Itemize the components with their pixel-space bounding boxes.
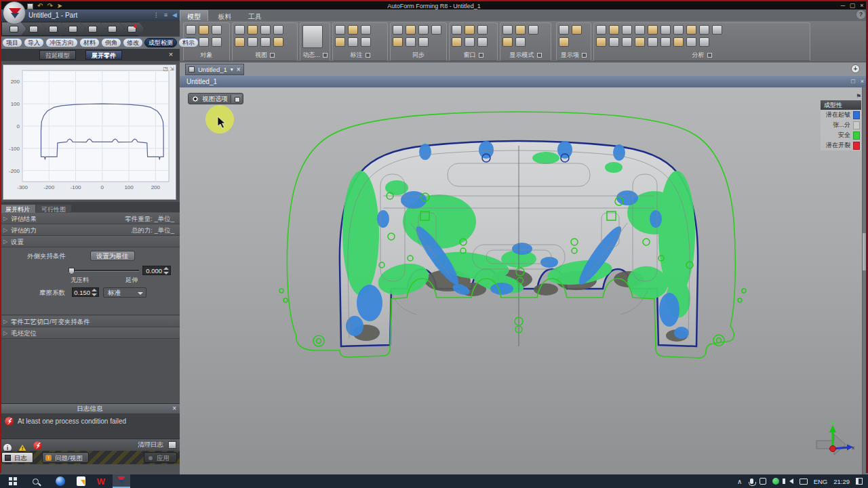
analysis-tool-1-5-icon[interactable] xyxy=(648,25,658,35)
toggle-unfold-part[interactable]: 展开零件 xyxy=(85,50,122,60)
workflow-pill-材料[interactable]: 材料 xyxy=(79,38,100,47)
tab-log[interactable]: 日志 xyxy=(1,452,33,463)
view-tool-1-3-icon[interactable] xyxy=(260,25,271,35)
analysis-tool-1-10-icon[interactable] xyxy=(712,25,722,35)
dialog-launcher-icon[interactable] xyxy=(270,53,275,58)
workflow-pill-修改[interactable]: 修改 xyxy=(123,38,143,47)
toggle-draw-model[interactable]: 拉延模型 xyxy=(39,50,76,60)
analysis-tool-2-8-icon[interactable] xyxy=(686,37,696,47)
sync-tool-2-1-icon[interactable] xyxy=(393,37,403,47)
tab-close-icon[interactable]: × xyxy=(237,64,241,75)
analysis-tool-1-2-icon[interactable] xyxy=(609,25,619,35)
analysis-tool-2-7-icon[interactable] xyxy=(673,37,684,47)
taskbar-app-autoform[interactable] xyxy=(113,474,130,488)
dialog-launcher-icon[interactable] xyxy=(537,53,542,58)
workflow-pill-冲压方向[interactable]: 冲压方向 xyxy=(45,38,78,47)
clamp-slider[interactable] xyxy=(71,270,139,272)
analysis-tool-2-3-icon[interactable] xyxy=(622,37,632,47)
popout-icon[interactable]: ◳ xyxy=(163,66,169,72)
autoform-logo[interactable] xyxy=(3,1,26,24)
analysis-tool-1-1-icon[interactable] xyxy=(596,25,606,35)
analysis-tool-2-9-icon[interactable] xyxy=(699,37,709,47)
tab-model[interactable]: 模型 xyxy=(180,10,208,22)
analysis-tool-1-9-icon[interactable] xyxy=(699,25,709,35)
window-tool-1-3-icon[interactable] xyxy=(477,25,488,35)
sync-tool-1-4-icon[interactable] xyxy=(431,25,441,35)
blank-outline-chart[interactable]: -300-200-10001002002001000-100-200 ◳ ⇲ xyxy=(3,64,176,200)
save-icon[interactable] xyxy=(27,3,33,9)
section-eval-forces[interactable]: ▷ 评估的力 总的力: _单位_ xyxy=(0,224,180,236)
view-options-button[interactable]: 视图选项 xyxy=(188,93,243,104)
annotate-tool-2-2-icon[interactable] xyxy=(348,37,358,47)
view-tool-2-2-icon[interactable] xyxy=(248,37,258,47)
view-tool-1-1-icon[interactable] xyxy=(235,25,245,35)
workflow-pill-项目[interactable]: 项目 xyxy=(2,38,22,47)
workflow-pill-导入[interactable]: 导入 xyxy=(24,38,44,47)
workflow-pill-倒角[interactable]: 倒角 xyxy=(101,38,121,47)
taskbar-app-2[interactable] xyxy=(72,474,90,488)
tab-dropdown-icon[interactable]: ▾ xyxy=(231,64,233,75)
annotate-tool-2-1-icon[interactable] xyxy=(335,37,345,47)
microphone-icon[interactable] xyxy=(750,479,753,484)
friction-mode-dropdown[interactable]: 标准 xyxy=(103,287,146,298)
display-mode-tool-1-1-icon[interactable] xyxy=(502,25,513,35)
analysis-tool-1-4-icon[interactable] xyxy=(635,25,645,35)
analysis-tool-1-6-icon[interactable] xyxy=(660,25,671,35)
list-icon[interactable]: ≡ xyxy=(164,9,167,21)
sync-tool-2-3-icon[interactable] xyxy=(418,37,429,47)
start-button[interactable] xyxy=(4,474,22,488)
annotate-tool-1-3-icon[interactable] xyxy=(361,25,371,35)
analysis-tool-2-5-icon[interactable] xyxy=(648,37,658,47)
display-items-tool-1-2-icon[interactable] xyxy=(572,25,582,35)
analysis-tool-2-6-icon[interactable] xyxy=(660,37,671,47)
formability-legend[interactable]: ⚑ 成型性 潜在起皱张...分安全潜在开裂 xyxy=(821,93,861,150)
clear-log-icon[interactable] xyxy=(168,441,176,449)
spinner-icon[interactable] xyxy=(163,267,170,274)
sync-tool-1-3-icon[interactable] xyxy=(418,25,429,35)
network-display-icon[interactable] xyxy=(800,479,808,485)
info-filter-icon[interactable]: i xyxy=(1,441,14,450)
taskbar-search-button[interactable] xyxy=(27,474,43,488)
objects-tool-2-2-icon[interactable] xyxy=(199,37,209,47)
taskbar-app-1[interactable] xyxy=(52,474,69,488)
display-mode-tool-2-1-icon[interactable] xyxy=(502,37,513,47)
friction-value-input[interactable]: 0.150 xyxy=(72,287,99,297)
sync-tool-1-2-icon[interactable] xyxy=(406,25,416,35)
view-tool-1-2-icon[interactable] xyxy=(248,25,258,35)
window-tool-2-2-icon[interactable] xyxy=(465,37,475,47)
dialog-launcher-icon[interactable] xyxy=(366,53,370,58)
workflow-pill-料示[interactable]: 料示 xyxy=(178,38,199,47)
spinner-icon[interactable] xyxy=(92,289,98,296)
legend-pin-icon[interactable]: ⚑ xyxy=(856,93,861,100)
help-icon[interactable]: ? xyxy=(856,10,865,19)
objects-tool-1-3-icon[interactable] xyxy=(212,25,222,35)
window-tool-2-3-icon[interactable] xyxy=(477,37,488,47)
dialog-launcher-icon[interactable] xyxy=(323,53,328,58)
section-blank-positioning[interactable]: ▷ 毛坯定位 xyxy=(0,327,180,339)
display-items-tool-1-1-icon[interactable] xyxy=(559,25,569,35)
window-tool-2-1-icon[interactable] xyxy=(452,37,462,47)
window-tool-1-2-icon[interactable] xyxy=(465,25,475,35)
annotate-tool-1-1-icon[interactable] xyxy=(335,25,345,35)
add-view-button[interactable]: + xyxy=(851,64,860,73)
resize-icon[interactable]: ⇲ xyxy=(170,66,174,72)
menu-dots-icon[interactable]: ⋮ xyxy=(153,9,159,21)
section-settings[interactable]: ▷ 设置 xyxy=(0,236,180,247)
taskbar-app-3[interactable]: W xyxy=(92,474,110,488)
clear-log-button[interactable]: 清理日志 xyxy=(138,441,163,449)
pin-icon[interactable] xyxy=(231,95,241,103)
dialog-launcher-icon[interactable] xyxy=(707,53,712,58)
notification-center-icon[interactable] xyxy=(856,478,863,485)
analysis-tool-1-3-icon[interactable] xyxy=(622,25,632,35)
error-filter-icon[interactable] xyxy=(31,441,43,450)
document-tab[interactable]: Untitled_1 ▾ × xyxy=(185,64,244,75)
dynamic-tool-1-1-icon[interactable] xyxy=(302,25,323,48)
view-tool-1-4-icon[interactable] xyxy=(273,25,283,35)
analysis-tool-1-7-icon[interactable] xyxy=(673,25,684,35)
sync-tool-2-2-icon[interactable] xyxy=(406,37,416,47)
clock[interactable]: 21:29 xyxy=(833,478,850,485)
wechat-tray-icon[interactable] xyxy=(772,478,779,485)
language-indicator[interactable]: ENG xyxy=(814,478,828,485)
dialog-launcher-icon[interactable] xyxy=(479,53,484,58)
analysis-tool-2-4-icon[interactable] xyxy=(635,37,645,47)
